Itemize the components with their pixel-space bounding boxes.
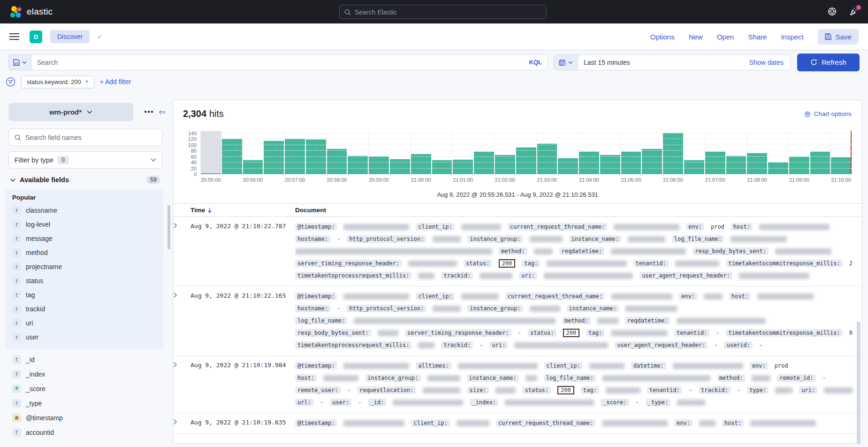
field-item-method[interactable]: tmethod [12,246,157,260]
expand-row-button[interactable] [173,290,190,351]
expand-row-button[interactable] [173,221,190,282]
filter-by-type-button[interactable]: Filter by type 0 [8,151,162,169]
kql-search-bar[interactable]: KQL [31,54,548,70]
field-item-user[interactable]: tuser [12,330,157,344]
field-item-accountid[interactable]: taccountid [12,425,162,439]
menu-icon[interactable] [9,33,19,40]
breadcrumb[interactable]: Discover [50,30,90,43]
field-item-_id[interactable]: t_id [12,352,162,367]
text-field-icon: t [12,220,21,229]
remove-filter-icon[interactable]: × [85,78,89,85]
redacted-value [530,236,563,242]
date-quick-menu-button[interactable] [554,55,578,70]
field-item-_score[interactable]: #_score [12,381,162,396]
save-button[interactable]: Save [818,29,859,45]
field-value: - [358,399,361,406]
available-fields-toggle[interactable]: Available fields 59 [10,176,160,184]
field-item-_type[interactable]: t_type [12,396,162,410]
field-name: tag [26,291,35,299]
date-field-icon: ▦ [12,414,21,422]
global-search-input[interactable] [355,8,541,16]
expand-row-button[interactable] [173,417,190,429]
field-label-pill: current_request_thread_name: [505,293,605,300]
toolbar-link-new[interactable]: New [689,33,703,41]
time-range-value[interactable]: Last 15 minutes [578,59,743,66]
field-item-trackid[interactable]: ttrackid [12,302,157,316]
saved-query-menu-button[interactable] [8,54,31,70]
kql-search-input[interactable] [37,59,525,66]
add-filter-button[interactable]: + Add filter [100,78,131,85]
redacted-value [433,236,461,242]
expand-row-button[interactable] [173,360,190,408]
field-label-pill: host: [731,223,753,231]
field-label-pill: env: [679,293,697,300]
document-line: remote_user:-requestlocation:size:status… [295,384,853,396]
toolbar-link-inspect[interactable]: Inspect [781,33,803,41]
document-line: @timestamp:client_ip:current_request_thr… [295,221,853,233]
field-item-status[interactable]: tstatus [12,274,157,288]
redacted-value [295,248,492,254]
kql-language-button[interactable]: KQL [525,59,542,66]
redacted-value [752,375,770,381]
table-scrollbar[interactable] [857,322,860,444]
time-column-header[interactable]: Time [190,207,295,214]
table-row: Aug 9, 2022 @ 21:10:22.165@timestamp:cli… [173,286,862,356]
toolbar-link-share[interactable]: Share [748,33,767,41]
x-tick-label: 21:00:00 [411,177,431,183]
global-search[interactable] [339,5,547,19]
toolbar-link-open[interactable]: Open [717,33,734,41]
x-tick-label: 20:55:00 [201,177,221,183]
index-pattern-switcher[interactable]: wm-prod* [8,103,133,121]
row-timestamp: Aug 9, 2022 @ 21:10:19.984 [190,360,295,408]
field-item-uri[interactable]: turi [12,316,157,330]
index-options-icon[interactable] [145,111,153,113]
redacted-value [611,330,668,336]
field-item-projectname[interactable]: tprojectname [12,260,157,274]
row-timestamp: Aug 9, 2022 @ 21:10:22.165 [190,290,295,351]
field-label-pill: resp_body_bytes_sent: [295,329,371,337]
field-item-classname[interactable]: tclassname [12,203,157,217]
hits-histogram[interactable]: 020406080100120140 20:55:0020:56:0020:57… [183,131,853,192]
v-gridline [327,131,327,174]
field-search-input[interactable] [25,134,156,141]
field-value: prod [711,224,724,230]
show-dates-button[interactable]: Show dates [743,59,790,66]
field-label-pill: instance_name: [567,305,619,312]
field-item-log-level[interactable]: tlog-level [12,217,157,231]
news-feed-icon[interactable] [849,7,859,16]
refresh-icon [810,59,817,66]
field-value: - [716,330,719,336]
time-header-label: Time [190,207,205,214]
v-gridline [536,131,537,174]
field-label-pill: _score: [601,399,629,406]
hits-count: 2,304 [183,108,206,119]
x-tick-label: 21:04:00 [579,177,599,183]
field-item-tag[interactable]: ttag [12,288,157,302]
refresh-button[interactable]: Refresh [797,54,860,71]
field-label-pill: userid: [724,341,753,349]
filter-pill-status-keyword-200[interactable]: status.keyword: 200 × [21,76,94,88]
toolbar-link-options[interactable]: Options [650,33,675,41]
field-item-_index[interactable]: t_index [12,367,162,381]
redacted-value [323,375,358,381]
v-gridline [284,131,285,174]
sidebar-scrollbar[interactable] [168,205,170,249]
collapse-sidebar-icon[interactable]: ⇦ [159,107,165,117]
text-field-icon: t [12,277,21,285]
field-search-box[interactable] [8,129,162,146]
filter-set-icon[interactable] [6,77,15,87]
x-tick-label: 20:59:00 [369,177,389,183]
chart-options-button[interactable]: Chart options [804,110,852,117]
field-value: - [822,375,826,381]
elastic-logo-icon [9,6,22,18]
field-item-message[interactable]: tmessage [12,231,157,246]
help-icon[interactable] [828,7,837,16]
field-label-pill: @timestamp: [295,293,337,300]
v-gridline [830,131,831,174]
redacted-value [606,387,640,393]
calendar-icon [559,59,565,66]
elastic-brand[interactable]: elastic [9,6,53,18]
field-label-pill: uri: [519,272,537,279]
table-header: Time Document [173,203,862,217]
field-item-@timestamp[interactable]: ▦@timestamp [12,410,162,425]
